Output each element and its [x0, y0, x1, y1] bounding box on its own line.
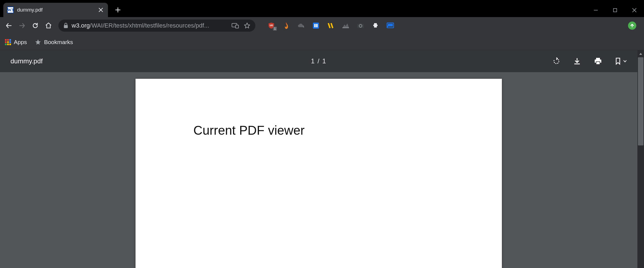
- triangle-up-icon: [639, 52, 642, 55]
- home-button[interactable]: [42, 20, 55, 32]
- browser-tab-strip: W3 dummy.pdf: [0, 0, 644, 17]
- camera-icon: [357, 23, 364, 29]
- url-text: w3.org/WAI/ER/tests/xhtml/testfiles/reso…: [72, 22, 209, 29]
- svg-rect-3: [236, 25, 239, 28]
- arrow-up-icon: [630, 23, 634, 28]
- extension-badge: 1: [273, 27, 277, 31]
- profile-avatar-button[interactable]: [628, 21, 636, 30]
- tab-favicon: W3: [7, 7, 14, 13]
- window-controls: [586, 3, 644, 17]
- extension-camera[interactable]: [357, 22, 364, 29]
- svg-rect-0: [613, 9, 617, 12]
- forward-button[interactable]: [16, 20, 28, 32]
- close-window-button[interactable]: [625, 3, 644, 17]
- bookmark-icon: [615, 57, 621, 65]
- svg-rect-1: [64, 25, 68, 28]
- mountain-icon: [342, 23, 350, 28]
- extension-cloud[interactable]: s: [297, 22, 305, 29]
- print-icon: [594, 57, 602, 65]
- pdf-toolbar-actions: [553, 57, 627, 65]
- url-domain: w3.org: [72, 22, 90, 29]
- close-icon: [632, 8, 637, 13]
- scroll-up-button[interactable]: [637, 50, 644, 57]
- pdf-filename: dummy.pdf: [10, 57, 43, 65]
- back-button[interactable]: [3, 20, 15, 32]
- svg-rect-13: [596, 58, 600, 59]
- bookmarks-label: Bookmarks: [44, 39, 73, 45]
- arrow-left-icon: [5, 22, 12, 29]
- bookmarks-folder[interactable]: Bookmarks: [35, 39, 73, 45]
- rotate-icon: [553, 57, 560, 65]
- star-icon: [244, 22, 250, 29]
- reload-button[interactable]: [29, 20, 41, 32]
- extension-mountain[interactable]: [342, 22, 350, 29]
- cast-icon: [386, 22, 394, 29]
- new-tab-button[interactable]: [112, 4, 124, 16]
- pdf-content-heading: Current PDF viewer: [193, 123, 444, 138]
- pdf-page-info: 1 / 1: [311, 57, 327, 65]
- puzzle-icon: [372, 22, 379, 29]
- maximize-icon: [613, 8, 617, 12]
- book-icon: [312, 22, 320, 29]
- close-icon: [98, 7, 103, 12]
- svg-text:uo: uo: [270, 24, 273, 27]
- bookmark-star-button[interactable]: [244, 22, 250, 29]
- plus-icon: [115, 7, 121, 13]
- reload-icon: [32, 22, 39, 29]
- svg-rect-7: [342, 28, 349, 28]
- maximize-window-button[interactable]: [605, 3, 625, 17]
- apps-shortcut[interactable]: Apps: [5, 39, 27, 45]
- extension-bars[interactable]: [327, 22, 335, 29]
- pdf-bookmark-menu-button[interactable]: [615, 57, 627, 65]
- svg-rect-12: [388, 24, 393, 26]
- pdf-toolbar: dummy.pdf 1 / 1: [0, 50, 637, 72]
- browser-tab-active[interactable]: W3 dummy.pdf: [3, 3, 108, 17]
- browser-nav-bar: w3.org/WAI/ER/tests/xhtml/testfiles/reso…: [0, 17, 644, 34]
- bookmarks-bar: Apps Bookmarks: [0, 34, 644, 50]
- bars-icon: [327, 22, 334, 29]
- minimize-icon: [594, 8, 598, 12]
- extension-flame[interactable]: [282, 22, 290, 29]
- vertical-scrollbar[interactable]: [637, 50, 644, 268]
- chevron-down-icon: [623, 59, 627, 63]
- pdf-print-button[interactable]: [594, 57, 602, 65]
- extension-ublock[interactable]: uo 1: [267, 22, 275, 29]
- extension-cast[interactable]: [386, 22, 394, 29]
- apps-grid-icon: [5, 39, 11, 45]
- arrow-right-icon: [18, 22, 26, 29]
- url-path: /WAI/ER/tests/xhtml/testfiles/resources/…: [90, 22, 209, 29]
- minimize-window-button[interactable]: [586, 3, 605, 17]
- cloud-icon: s: [297, 22, 305, 29]
- pdf-page: Current PDF viewer: [136, 79, 502, 268]
- pdf-viewer-main: dummy.pdf 1 / 1 Current PDF: [0, 50, 637, 268]
- download-icon: [573, 57, 581, 65]
- home-icon: [45, 22, 52, 29]
- install-icon: [232, 23, 239, 28]
- extensions-area: uo 1 s: [267, 22, 394, 29]
- close-tab-button[interactable]: [98, 7, 104, 13]
- extension-reader[interactable]: [312, 22, 320, 29]
- apps-label: Apps: [14, 39, 27, 45]
- pdf-viewer: dummy.pdf 1 / 1 Current PDF: [0, 50, 644, 268]
- pdf-page-area[interactable]: Current PDF viewer: [0, 72, 637, 268]
- scrollbar-thumb[interactable]: [638, 57, 643, 145]
- star-icon: [35, 39, 41, 45]
- address-bar[interactable]: w3.org/WAI/ER/tests/xhtml/testfiles/reso…: [58, 20, 255, 32]
- flame-icon: [283, 22, 289, 29]
- tab-title: dummy.pdf: [17, 7, 94, 13]
- lock-icon: [63, 23, 68, 28]
- svg-rect-15: [596, 62, 600, 64]
- svg-rect-6: [313, 23, 319, 29]
- install-app-button[interactable]: [232, 22, 239, 29]
- extensions-menu-button[interactable]: [372, 22, 379, 29]
- svg-text:s: s: [303, 25, 304, 28]
- pdf-rotate-button[interactable]: [553, 57, 560, 65]
- pdf-download-button[interactable]: [573, 57, 581, 65]
